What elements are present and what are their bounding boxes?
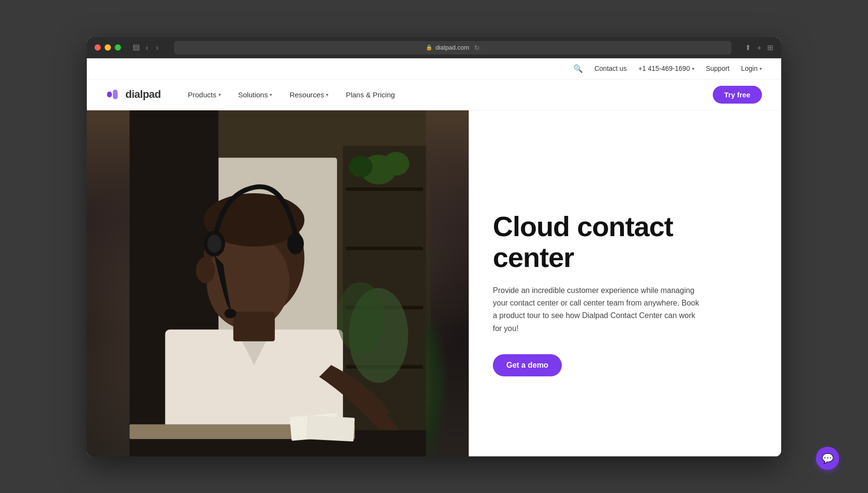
svg-rect-0 xyxy=(107,92,112,97)
svg-point-25 xyxy=(287,233,304,254)
hero-description: Provide an incredible customer experienc… xyxy=(493,284,705,335)
solutions-chevron-icon: ▾ xyxy=(270,92,272,97)
reload-icon[interactable]: ↻ xyxy=(474,44,480,52)
chat-bubble-button[interactable]: 💬 xyxy=(816,447,839,470)
logo-text: dialpad xyxy=(125,88,161,101)
address-bar[interactable]: 🔒 dialpad.com ↻ xyxy=(174,41,732,54)
solutions-label: Solutions xyxy=(238,91,268,99)
svg-point-12 xyxy=(383,152,409,175)
login-link[interactable]: Login ▾ xyxy=(741,65,762,72)
chat-icon: 💬 xyxy=(822,453,834,464)
back-button[interactable]: ‹ xyxy=(144,42,150,53)
hero-content: Cloud contact center Provide an incredib… xyxy=(469,110,781,456)
sidebar-icon[interactable]: ▤ xyxy=(133,42,140,53)
lock-icon: 🔒 xyxy=(426,44,433,51)
svg-rect-1 xyxy=(113,90,118,99)
nav-items: Products ▾ Solutions ▾ Resources ▾ Plans… xyxy=(180,87,713,103)
hero-section: Cloud contact center Provide an incredib… xyxy=(87,110,781,456)
pricing-nav-item[interactable]: Plans & Pricing xyxy=(338,87,403,103)
try-free-button[interactable]: Try free xyxy=(713,86,762,104)
solutions-nav-item[interactable]: Solutions ▾ xyxy=(231,87,280,103)
minimize-button[interactable] xyxy=(105,44,111,51)
hero-title-line2: center xyxy=(493,241,574,273)
hero-title-line1: Cloud contact xyxy=(493,211,673,242)
hero-background xyxy=(87,110,469,456)
resources-chevron-icon: ▾ xyxy=(326,92,328,97)
svg-rect-22 xyxy=(233,311,275,341)
main-nav: dialpad Products ▾ Solutions ▾ Resources… xyxy=(87,80,781,110)
phone-label: +1 415-469-1690 xyxy=(638,65,690,72)
hero-title: Cloud contact center xyxy=(493,211,752,273)
browser-titlebar: ▤ ‹ › 🔒 dialpad.com ↻ ⬆ + ⊞ xyxy=(87,37,781,58)
contact-us-link[interactable]: Contact us xyxy=(595,65,627,72)
browser-actions: ⬆ + ⊞ xyxy=(745,43,773,52)
login-chevron-icon: ▾ xyxy=(760,66,762,71)
products-chevron-icon: ▾ xyxy=(218,92,221,97)
resources-nav-item[interactable]: Resources ▾ xyxy=(282,87,336,103)
browser-window: ▤ ‹ › 🔒 dialpad.com ↻ ⬆ + ⊞ 🔍 Contact us… xyxy=(87,37,781,456)
logo[interactable]: dialpad xyxy=(106,87,161,102)
svg-point-11 xyxy=(349,156,372,177)
close-button[interactable] xyxy=(95,44,101,51)
products-label: Products xyxy=(188,91,217,99)
new-tab-icon[interactable]: + xyxy=(757,43,761,52)
support-link[interactable]: Support xyxy=(706,65,730,72)
tabs-icon[interactable]: ⊞ xyxy=(767,43,773,52)
forward-button[interactable]: › xyxy=(154,42,160,53)
svg-rect-6 xyxy=(346,187,423,190)
utility-bar: 🔍 Contact us +1 415-469-1690 ▾ Support L… xyxy=(87,58,781,80)
svg-point-28 xyxy=(337,282,384,353)
url-text: dialpad.com xyxy=(435,44,469,51)
search-icon[interactable]: 🔍 xyxy=(573,64,583,73)
browser-nav: ▤ ‹ › xyxy=(131,42,161,53)
resources-label: Resources xyxy=(289,91,324,99)
svg-point-21 xyxy=(196,257,215,283)
pricing-label: Plans & Pricing xyxy=(346,91,395,99)
website: 🔍 Contact us +1 415-469-1690 ▾ Support L… xyxy=(87,58,781,456)
login-label: Login xyxy=(741,65,758,72)
hero-image xyxy=(87,110,469,456)
svg-rect-32 xyxy=(306,415,355,441)
svg-point-26 xyxy=(224,308,236,318)
share-icon[interactable]: ⬆ xyxy=(745,43,751,52)
svg-rect-7 xyxy=(346,246,423,250)
get-demo-button[interactable]: Get a demo xyxy=(493,354,562,376)
phone-number[interactable]: +1 415-469-1690 ▾ xyxy=(638,65,694,72)
products-nav-item[interactable]: Products ▾ xyxy=(180,87,229,103)
svg-point-24 xyxy=(207,235,221,253)
maximize-button[interactable] xyxy=(115,44,121,51)
traffic-lights xyxy=(95,44,121,51)
phone-chevron-icon: ▾ xyxy=(692,66,694,71)
